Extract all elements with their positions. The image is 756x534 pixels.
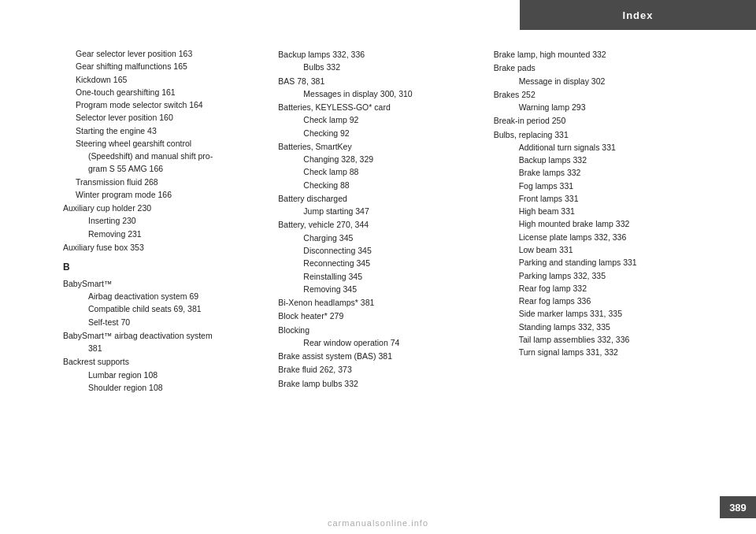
list-item: Brake lamp bulbs 332	[278, 377, 477, 390]
list-item: Block heater* 279	[278, 310, 477, 322]
list-item: Rear window operation 74	[278, 336, 477, 349]
list-item: Gear selector lever position 163	[63, 47, 262, 60]
list-item: Parking and standing lamps 331	[494, 256, 693, 269]
list-item: Break-in period 250	[494, 114, 693, 127]
list-item: Bulbs 332	[278, 61, 477, 73]
list-item: One-touch gearshifting 161	[63, 86, 262, 98]
list-item: Kickdown 165	[63, 73, 262, 86]
list-item: License plate lamps 332, 336	[494, 231, 693, 243]
list-item: (Speedshift) and manual shift pro-	[63, 150, 262, 162]
list-item: Batteries, KEYLESS-GO* card	[278, 101, 477, 113]
list-item: Jump starting 347	[278, 205, 477, 217]
list-item: Transmission fluid 268	[63, 176, 262, 188]
list-item: Standing lamps 332, 335	[494, 321, 693, 333]
list-item: Backup lamps 332	[494, 154, 693, 166]
list-item: Reinstalling 345	[278, 270, 477, 283]
header-bar: Index	[520, 0, 756, 30]
list-item: Brake assist system (BAS) 381	[278, 350, 477, 362]
column-1: Gear selector lever position 163Gear shi…	[63, 47, 262, 487]
list-item: Parking lamps 332, 335	[494, 269, 693, 282]
list-item: Front lamps 331	[494, 192, 693, 205]
list-item: Backup lamps 332, 336	[278, 48, 477, 61]
list-item: Side marker lamps 331, 335	[494, 307, 693, 320]
list-item: Airbag deactivation system 69	[63, 290, 262, 302]
column-3: Brake lamp, high mounted 332Brake padsMe…	[494, 47, 693, 487]
list-item: Compatible child seats 69, 381	[63, 302, 262, 315]
list-item: Starting the engine 43	[63, 124, 262, 137]
list-item: Fog lamps 331	[494, 180, 693, 192]
list-item: Blocking	[278, 324, 477, 336]
list-item: Removing 231	[63, 228, 262, 240]
list-item: Rear fog lamp 332	[494, 282, 693, 295]
list-item: Battery discharged	[278, 192, 477, 205]
list-item: Tail lamp assemblies 332, 336	[494, 333, 693, 346]
column-2: Backup lamps 332, 336Bulbs 332BAS 78, 38…	[278, 47, 477, 487]
page-number-box: 389	[720, 496, 756, 518]
list-item: Charging 345	[278, 232, 477, 244]
list-item: High mounted brake lamp 332	[494, 217, 693, 230]
list-item: gram S 55 AMG 166	[63, 162, 262, 175]
list-item: Turn signal lamps 331, 332	[494, 346, 693, 358]
list-item: B	[63, 260, 262, 275]
list-item: BAS 78, 381	[278, 75, 477, 87]
list-item: Brake fluid 262, 373	[278, 363, 477, 376]
list-item: Low beam 331	[494, 243, 693, 256]
list-item: High beam 331	[494, 205, 693, 217]
list-item: Checking 88	[278, 179, 477, 191]
list-item: Battery, vehicle 270, 344	[278, 218, 477, 231]
list-item: Winter program mode 166	[63, 188, 262, 201]
list-item: BabySmart™ airbag deactivation system	[63, 329, 262, 342]
page-number: 389	[729, 502, 747, 514]
list-item: BabySmart™	[63, 277, 262, 290]
list-item: Check lamp 88	[278, 165, 477, 178]
list-item: 381	[63, 342, 262, 354]
list-item: Removing 345	[278, 283, 477, 295]
list-item: Reconnecting 345	[278, 257, 477, 269]
list-item: Bulbs, replacing 331	[494, 128, 693, 141]
list-item: Brake pads	[494, 61, 693, 74]
list-item: Steering wheel gearshift control	[63, 137, 262, 150]
list-item: Lumbar region 108	[63, 369, 262, 381]
list-item: Check lamp 92	[278, 113, 477, 126]
list-item: Brake lamp, high mounted 332	[494, 48, 693, 61]
list-item: Self-test 70	[63, 316, 262, 328]
list-item: Program mode selector switch 164	[63, 98, 262, 111]
list-item: Changing 328, 329	[278, 153, 477, 165]
watermark: carmanualsonline.info	[328, 518, 428, 528]
list-item: Brake lamps 332	[494, 166, 693, 179]
header-title: Index	[623, 9, 654, 21]
list-item: Inserting 230	[63, 214, 262, 227]
list-item: Gear shifting malfunctions 165	[63, 60, 262, 72]
list-item: Message in display 302	[494, 75, 693, 87]
list-item: Additional turn signals 331	[494, 141, 693, 154]
list-item: Brakes 252	[494, 88, 693, 101]
list-item: Warning lamp 293	[494, 101, 693, 113]
list-item: Messages in display 300, 310	[278, 87, 477, 100]
list-item: Checking 92	[278, 127, 477, 139]
content-area: Gear selector lever position 163Gear shi…	[0, 47, 756, 487]
list-item: Selector lever position 160	[63, 111, 262, 124]
list-item: Auxiliary fuse box 353	[63, 241, 262, 254]
list-item: Backrest supports	[63, 355, 262, 368]
list-item: Rear fog lamps 336	[494, 295, 693, 307]
list-item: Auxiliary cup holder 230	[63, 202, 262, 214]
list-item: Disconnecting 345	[278, 244, 477, 257]
list-item: Bi-Xenon headlamps* 381	[278, 296, 477, 309]
list-item: Shoulder region 108	[63, 381, 262, 394]
list-item: Batteries, SmartKey	[278, 140, 477, 153]
